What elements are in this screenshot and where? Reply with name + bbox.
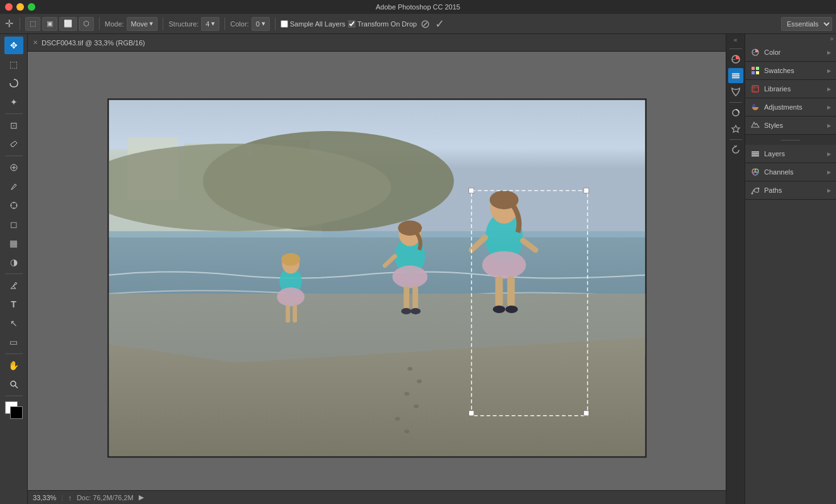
status-bar: 33,33% | ↑ Doc: 76,2M/76,2M ▶ bbox=[28, 490, 726, 504]
lasso-tool[interactable] bbox=[4, 74, 23, 92]
panel-header-color[interactable]: Color ▶ bbox=[745, 43, 836, 61]
text-tool[interactable]: T bbox=[4, 295, 23, 313]
document-tab-title: DSCF0043.tif @ 33,3% (RGB/16) bbox=[42, 39, 145, 47]
svg-rect-59 bbox=[752, 67, 755, 70]
path-select-tool[interactable]: ↖ bbox=[4, 314, 23, 332]
background-color[interactable] bbox=[10, 406, 23, 419]
toolbar: ✛ ⬚ ▣ ⬜ ⬡ Mode: Move ▾ Structure: 4 ▾ Co… bbox=[0, 14, 836, 34]
eraser-tool[interactable]: ◻ bbox=[4, 215, 23, 233]
color-icon-btn[interactable] bbox=[728, 52, 743, 67]
panel-drag-handle[interactable] bbox=[745, 135, 836, 145]
zoom-tool[interactable] bbox=[4, 375, 23, 393]
panel-section-adjustments: Adjustments ▶ bbox=[745, 98, 836, 117]
close-button[interactable] bbox=[5, 3, 13, 11]
drag-handle-line bbox=[781, 140, 800, 140]
svg-rect-33 bbox=[403, 286, 409, 310]
canvas-viewport[interactable] bbox=[28, 52, 726, 490]
collapse-panel-btn[interactable]: » bbox=[830, 35, 833, 42]
minimize-button[interactable] bbox=[16, 3, 24, 11]
gradient-tool[interactable]: ▦ bbox=[4, 234, 23, 252]
styles-icon-btn[interactable] bbox=[728, 122, 743, 137]
panel-header-libraries[interactable]: Libraries ▶ bbox=[745, 80, 836, 98]
dodge-tool[interactable]: ◑ bbox=[4, 253, 23, 271]
transform-drop-checkbox[interactable] bbox=[348, 20, 356, 28]
foreground-background-colors[interactable] bbox=[5, 401, 23, 419]
panel-header-styles[interactable]: Styles ▶ bbox=[745, 117, 836, 134]
tool-sep-4 bbox=[5, 353, 23, 354]
icon-strip: « bbox=[726, 34, 745, 504]
libraries-panel-label: Libraries bbox=[764, 85, 791, 93]
rect-outline-btn[interactable]: ⬚ bbox=[25, 17, 40, 31]
marquee-tool[interactable]: ⬚ bbox=[4, 55, 23, 73]
transform-drop-checkbox-label[interactable]: Transform On Drop bbox=[348, 20, 417, 28]
svg-marker-57 bbox=[732, 125, 740, 132]
beach-svg bbox=[108, 100, 645, 456]
paths-panel-label: Paths bbox=[764, 186, 782, 194]
channels-icon-btn[interactable] bbox=[728, 84, 743, 100]
clone-stamp-tool[interactable] bbox=[4, 197, 23, 214]
commit-btn[interactable]: ✓ bbox=[434, 16, 446, 32]
share-icon[interactable]: ↑ bbox=[68, 494, 72, 501]
color-panel-label: Color bbox=[764, 49, 781, 56]
layers-icon-btn[interactable] bbox=[728, 68, 743, 83]
adjustments-panel-arrow: ▶ bbox=[827, 105, 831, 110]
tool-crosshair-icon[interactable]: ✛ bbox=[4, 16, 15, 31]
app-title: Adobe Photoshop CC 2015 bbox=[376, 3, 460, 11]
panel-collapse-icon[interactable]: « bbox=[734, 37, 738, 43]
panel-header-swatches[interactable]: Swatches ▶ bbox=[745, 62, 836, 79]
libraries-panel-arrow: ▶ bbox=[827, 86, 831, 92]
structure-dropdown[interactable]: 4 ▾ bbox=[201, 17, 219, 31]
workspace-dropdown[interactable]: Essentials bbox=[781, 17, 832, 31]
svg-rect-62 bbox=[756, 71, 759, 74]
channels-panel-icon bbox=[750, 167, 760, 177]
document-tab: ✕ DSCF0043.tif @ 33,3% (RGB/16) bbox=[28, 34, 726, 52]
mode-dropdown[interactable]: Move ▾ bbox=[127, 17, 158, 31]
icon-strip-sep-1 bbox=[729, 102, 742, 103]
adjustments-panel-label: Adjustments bbox=[764, 103, 803, 111]
crop-tool[interactable]: ⊡ bbox=[4, 117, 23, 134]
magic-wand-tool[interactable]: ✦ bbox=[4, 93, 23, 111]
shape-tool[interactable]: ▭ bbox=[4, 333, 23, 351]
structure-label: Structure: bbox=[168, 20, 199, 28]
doc-size: Doc: 76,2M/76,2M bbox=[77, 494, 134, 501]
brush-tool[interactable] bbox=[4, 178, 23, 195]
hand-tool[interactable]: ✋ bbox=[4, 357, 23, 374]
layers-panel-icon2 bbox=[750, 149, 760, 159]
tool-sep-2 bbox=[5, 156, 23, 156]
canvas-image bbox=[107, 98, 646, 457]
svg-rect-61 bbox=[752, 71, 755, 74]
svg-point-46 bbox=[505, 306, 518, 313]
swatches-panel-arrow: ▶ bbox=[827, 68, 831, 74]
history-icon-btn[interactable] bbox=[728, 142, 743, 158]
paths-panel-arrow: ▶ bbox=[827, 188, 831, 193]
svg-rect-44 bbox=[507, 276, 514, 307]
sample-layers-checkbox[interactable] bbox=[281, 20, 288, 28]
panel-header-layers[interactable]: Layers ▶ bbox=[745, 145, 836, 163]
warp-btn[interactable]: ⬡ bbox=[79, 17, 94, 31]
spot-heal-tool[interactable] bbox=[4, 159, 23, 176]
eyedropper-tool[interactable] bbox=[4, 135, 23, 153]
panel-header-channels[interactable]: Channels ▶ bbox=[745, 163, 836, 181]
styles-panel-label: Styles bbox=[764, 122, 783, 129]
transform-drop-label: Transform On Drop bbox=[357, 20, 417, 28]
separator-3 bbox=[163, 18, 163, 30]
panel-header-paths[interactable]: Paths ▶ bbox=[745, 181, 836, 199]
pen-tool[interactable] bbox=[4, 277, 23, 294]
move-tool[interactable]: ✥ bbox=[4, 37, 23, 54]
svg-rect-51 bbox=[583, 411, 588, 416]
inner-outline-btn[interactable]: ▣ bbox=[42, 17, 57, 31]
adjustments-icon-btn[interactable] bbox=[728, 105, 743, 120]
color-dropdown[interactable]: 0 ▾ bbox=[252, 17, 270, 31]
svg-point-45 bbox=[492, 306, 505, 313]
more-info-btn[interactable]: ▶ bbox=[139, 493, 144, 501]
sample-layers-checkbox-label[interactable]: Sample All Layers bbox=[281, 20, 345, 28]
svg-rect-49 bbox=[583, 188, 588, 193]
cancel-btn[interactable]: ⊘ bbox=[419, 16, 431, 32]
panel-header-adjustments[interactable]: Adjustments ▶ bbox=[745, 98, 836, 116]
sample-layers-label: Sample All Layers bbox=[290, 20, 345, 28]
maximize-button[interactable] bbox=[28, 3, 35, 11]
svg-rect-63 bbox=[752, 86, 758, 92]
perspective-btn[interactable]: ⬜ bbox=[59, 17, 77, 31]
tab-close-icon[interactable]: ✕ bbox=[33, 39, 38, 46]
svg-rect-53 bbox=[732, 73, 740, 75]
